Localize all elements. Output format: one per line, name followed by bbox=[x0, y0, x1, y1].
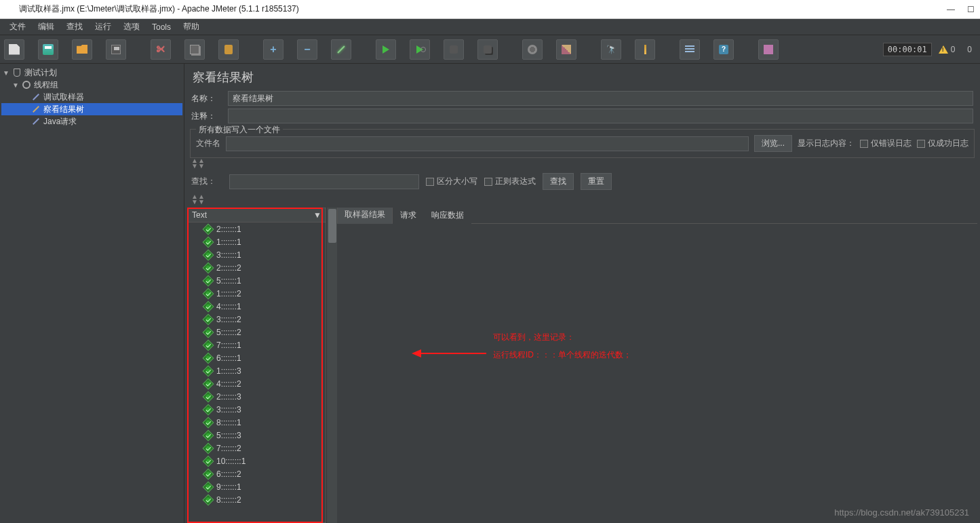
expand-button[interactable]: + bbox=[263, 39, 283, 60]
toggle-button[interactable] bbox=[331, 39, 351, 60]
collapse-button[interactable]: − bbox=[297, 39, 317, 60]
result-row[interactable]: 8:::::::2 bbox=[188, 493, 326, 506]
tab-sampler-result[interactable]: 取样器结果 bbox=[337, 208, 393, 224]
shutdown-button[interactable] bbox=[477, 39, 498, 60]
menu-options[interactable]: 选项 bbox=[118, 19, 145, 35]
start-button[interactable] bbox=[376, 39, 396, 60]
renderer-select[interactable]: Text ▼ bbox=[187, 208, 326, 222]
open-button[interactable] bbox=[72, 39, 92, 60]
search-button[interactable]: 🔭 bbox=[601, 39, 621, 60]
filename-input[interactable] bbox=[226, 136, 749, 151]
result-row[interactable]: 7:::::::1 bbox=[188, 338, 326, 351]
success-icon bbox=[203, 365, 214, 376]
listener-icon bbox=[31, 104, 41, 114]
result-label: 6:::::::2 bbox=[216, 469, 241, 479]
main-panel: 察看结果树 名称： 注释： 所有数据写入一个文件 文件名 浏览... 显示日志内… bbox=[184, 64, 980, 523]
regex-checkbox[interactable]: 正则表达式 bbox=[484, 176, 536, 187]
result-row[interactable]: 6:::::::1 bbox=[188, 351, 326, 364]
tab-response-data[interactable]: 响应数据 bbox=[424, 208, 471, 224]
reset-search-button[interactable] bbox=[635, 39, 655, 60]
search-input[interactable] bbox=[229, 174, 419, 189]
clear-all-button[interactable] bbox=[556, 39, 576, 60]
case-sensitive-checkbox[interactable]: 区分大小写 bbox=[426, 176, 477, 187]
minus-icon: − bbox=[304, 43, 310, 56]
result-row[interactable]: 7:::::::2 bbox=[188, 442, 326, 454]
new-button[interactable] bbox=[4, 39, 24, 60]
result-row[interactable]: 5:::::::1 bbox=[188, 274, 326, 287]
warning-icon[interactable] bbox=[939, 45, 948, 54]
paste-button[interactable] bbox=[218, 39, 239, 60]
tree-toggle-icon[interactable]: ▼ bbox=[12, 81, 19, 89]
tree-root-label[interactable]: 测试计划 bbox=[24, 67, 57, 79]
menu-help[interactable]: 帮助 bbox=[178, 19, 205, 35]
result-row[interactable]: 3:::::::2 bbox=[188, 313, 326, 326]
result-row[interactable]: 4:::::::2 bbox=[188, 377, 326, 390]
success-icon bbox=[203, 249, 214, 260]
collapse-handle-top[interactable]: ▲▲▼▼ bbox=[187, 158, 977, 169]
result-label: 8:::::::1 bbox=[216, 418, 241, 427]
test-button[interactable] bbox=[758, 39, 779, 60]
result-row[interactable]: 2:::::::1 bbox=[188, 222, 326, 235]
elapsed-timer: 00:00:01 bbox=[883, 43, 932, 56]
tree-toggle-icon[interactable]: ▼ bbox=[3, 69, 9, 77]
comment-input[interactable] bbox=[228, 109, 973, 123]
result-row[interactable]: 1:::::::3 bbox=[188, 364, 326, 377]
result-row[interactable]: 1:::::::2 bbox=[188, 287, 326, 300]
result-row[interactable]: 9:::::::1 bbox=[188, 480, 326, 493]
menu-edit[interactable]: 编辑 bbox=[33, 19, 60, 35]
success-icon bbox=[203, 429, 214, 441]
panel-title: 察看结果树 bbox=[187, 65, 977, 90]
start-notimers-button[interactable] bbox=[410, 39, 430, 60]
result-label: 2:::::::3 bbox=[216, 392, 241, 402]
tab-request[interactable]: 请求 bbox=[393, 208, 424, 224]
result-row[interactable]: 10:::::::1 bbox=[188, 454, 326, 467]
tree-item-debug-sampler[interactable]: 调试取样器 bbox=[43, 92, 84, 103]
maximize-button[interactable]: ☐ bbox=[967, 5, 975, 14]
result-row[interactable]: 3:::::::3 bbox=[188, 403, 326, 416]
do-search-button[interactable]: 查找 bbox=[543, 173, 574, 190]
collapse-handle-bottom[interactable]: ▲▲▼▼ bbox=[187, 194, 977, 205]
result-row[interactable]: 8:::::::1 bbox=[188, 416, 326, 429]
function-helper-button[interactable] bbox=[680, 39, 700, 60]
tree-group-label[interactable]: 线程组 bbox=[34, 79, 58, 91]
result-row[interactable]: 2:::::::3 bbox=[188, 390, 326, 403]
minimize-button[interactable]: — bbox=[947, 5, 955, 14]
result-row[interactable]: 1:::::::1 bbox=[188, 235, 326, 248]
reset-search-button[interactable]: 重置 bbox=[581, 173, 612, 190]
result-label: 1:::::::3 bbox=[216, 366, 241, 376]
copy-button[interactable] bbox=[184, 39, 205, 60]
result-row[interactable]: 5:::::::3 bbox=[188, 429, 326, 442]
log-display-label: 显示日志内容： bbox=[798, 138, 855, 149]
menu-tools[interactable]: Tools bbox=[146, 20, 176, 34]
brush-icon bbox=[644, 45, 646, 54]
scrollbar[interactable] bbox=[326, 208, 337, 523]
browse-button[interactable]: 浏览... bbox=[754, 135, 792, 152]
result-row[interactable]: 5:::::::2 bbox=[188, 326, 326, 338]
success-icon bbox=[203, 494, 214, 505]
only-error-checkbox[interactable]: 仅错误日志 bbox=[860, 138, 912, 149]
name-input[interactable] bbox=[228, 91, 973, 106]
tree-item-view-results[interactable]: 察看结果树 bbox=[43, 104, 84, 115]
templates-button[interactable] bbox=[38, 39, 58, 60]
menu-search[interactable]: 查找 bbox=[61, 19, 88, 35]
result-row[interactable]: 4:::::::1 bbox=[188, 300, 326, 313]
save-button[interactable] bbox=[106, 39, 126, 60]
tree-item-java-request[interactable]: Java请求 bbox=[43, 116, 77, 128]
menu-run[interactable]: 运行 bbox=[90, 19, 117, 35]
help-button[interactable]: ? bbox=[713, 39, 734, 60]
menu-bar: 文件 编辑 查找 运行 选项 Tools 帮助 bbox=[0, 19, 980, 35]
stop-button[interactable] bbox=[444, 39, 464, 60]
result-row[interactable]: 6:::::::2 bbox=[188, 467, 326, 480]
menu-file[interactable]: 文件 bbox=[4, 19, 31, 35]
cut-button[interactable]: ✀ bbox=[151, 39, 171, 60]
results-list[interactable]: 2:::::::11:::::::13:::::::12:::::::25:::… bbox=[187, 222, 326, 523]
clear-button[interactable] bbox=[522, 39, 543, 60]
only-success-checkbox[interactable]: 仅成功日志 bbox=[917, 138, 968, 149]
result-row[interactable]: 3:::::::1 bbox=[188, 248, 326, 261]
result-label: 6:::::::1 bbox=[216, 353, 241, 363]
result-row[interactable]: 2:::::::2 bbox=[188, 261, 326, 274]
file-output-fieldset: 所有数据写入一个文件 文件名 浏览... 显示日志内容： 仅错误日志 仅成功日志 bbox=[190, 129, 975, 158]
app-feather-icon bbox=[5, 5, 15, 14]
test-plan-tree[interactable]: ▼ 测试计划 ▼ 线程组 调试取样器 察看结果树 Java请求 bbox=[0, 64, 184, 523]
success-icon bbox=[203, 326, 214, 338]
